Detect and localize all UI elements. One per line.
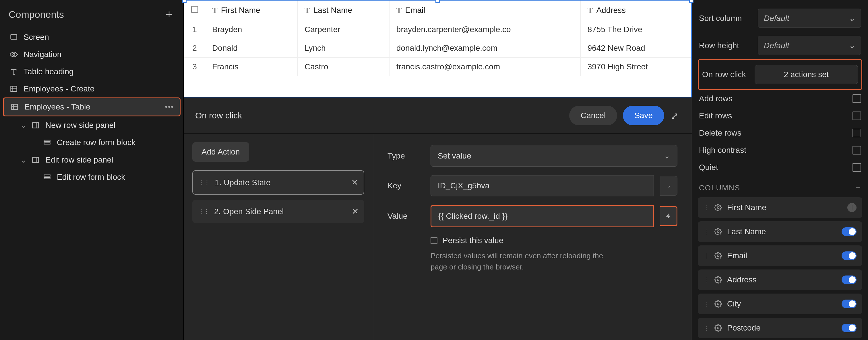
row-height-select[interactable]: Default⌄ [758, 36, 861, 55]
persist-checkbox[interactable] [431, 237, 437, 244]
form-icon [42, 173, 52, 181]
type-select[interactable]: Set value ⌄ [431, 145, 677, 167]
row-number: 2 [184, 39, 205, 58]
tree-item-employees-create[interactable]: Employees - Create [3, 80, 181, 98]
svg-point-21 [717, 279, 719, 281]
bindings-button[interactable] [660, 206, 677, 226]
column-name: Last Name [727, 227, 766, 236]
tree-item-label: Edit row form block [57, 173, 125, 182]
value-label: Value [388, 211, 422, 221]
tree-item-navigation[interactable]: Navigation [3, 46, 181, 63]
screen-icon [9, 33, 19, 41]
table-row[interactable]: 1BraydenCarpenterbrayden.carpenter@examp… [184, 20, 691, 39]
row-number: 1 [184, 20, 205, 39]
visibility-toggle[interactable] [842, 227, 857, 236]
tree-item-label: Employees - Table [24, 102, 90, 111]
action-item[interactable]: ⋮⋮1. Update State✕ [192, 170, 364, 195]
column-config-item[interactable]: ⋮Last Name [698, 221, 862, 242]
column-header[interactable]: TFirst Name [205, 1, 298, 20]
visibility-toggle[interactable] [842, 300, 857, 308]
prop-label: High contrast [699, 146, 746, 155]
visibility-toggle[interactable] [842, 251, 857, 260]
add-action-button[interactable]: Add Action [192, 142, 249, 162]
gear-icon[interactable] [714, 204, 722, 211]
svg-point-3 [13, 54, 15, 56]
checkbox[interactable] [852, 163, 861, 172]
columns-section-header: COLUMNS [699, 183, 740, 192]
visibility-toggle[interactable] [842, 275, 857, 284]
text-icon: T [305, 6, 310, 14]
gear-icon[interactable] [714, 324, 722, 332]
save-button[interactable]: Save [623, 106, 664, 125]
remove-action-button[interactable]: ✕ [351, 178, 358, 187]
text-icon: T [212, 6, 218, 14]
column-name: City [727, 299, 741, 308]
checkbox[interactable] [852, 129, 861, 137]
drag-icon[interactable]: ⋮ [704, 252, 709, 259]
tree-item-label: Edit row side panel [45, 156, 113, 165]
drag-icon[interactable]: ⋮ [704, 228, 709, 235]
collapse-icon[interactable]: − [856, 183, 861, 193]
on-row-click-value[interactable]: 2 actions set [755, 65, 858, 84]
canvas-area: TFirst NameTLast NameTEmailTAddress 1Bra… [184, 0, 692, 340]
checkbox[interactable] [852, 94, 861, 103]
checkbox[interactable] [852, 111, 861, 120]
tree-item-edit-row-side-panel[interactable]: ⌄Edit row side panel [3, 151, 181, 169]
modal-title: On row click [195, 111, 242, 121]
tree-item-create-row-form-block[interactable]: Create row form block [3, 134, 181, 151]
remove-action-button[interactable]: ✕ [352, 207, 359, 216]
tree-item-label: Navigation [24, 50, 61, 59]
action-item[interactable]: ⋮⋮2. Open Side Panel✕ [192, 200, 364, 223]
drag-icon[interactable]: ⋮ [704, 276, 709, 283]
table-row[interactable]: 2DonaldLynchdonald.lynch@example.com9642… [184, 39, 691, 58]
cancel-button[interactable]: Cancel [569, 106, 617, 125]
tree-item-new-row-side-panel[interactable]: ⌄New row side panel [3, 116, 181, 134]
svg-rect-4 [11, 86, 17, 92]
info-icon[interactable]: i [847, 203, 857, 212]
drag-icon[interactable]: ⋮ [704, 325, 709, 331]
svg-rect-16 [44, 175, 50, 176]
selection-handle[interactable] [435, 0, 440, 3]
table-row[interactable]: 3FrancisCastrofrancis.castro@example.com… [184, 58, 691, 76]
gear-icon[interactable] [714, 300, 722, 308]
select-all-checkbox[interactable] [191, 6, 198, 13]
selection-handle[interactable] [182, 0, 187, 3]
gear-icon[interactable] [714, 252, 722, 260]
drag-icon[interactable]: ⋮ [704, 204, 709, 211]
key-input[interactable]: ID_CjX_g5bva [431, 175, 654, 196]
checkbox[interactable] [852, 146, 861, 155]
svg-rect-2 [11, 35, 17, 39]
tree-item-edit-row-form-block[interactable]: Edit row form block [3, 169, 181, 186]
expand-icon[interactable] [670, 110, 680, 121]
table-preview[interactable]: TFirst NameTLast NameTEmailTAddress 1Bra… [184, 0, 692, 98]
key-label: Key [388, 181, 422, 190]
column-config-item[interactable]: ⋮First Namei [698, 197, 862, 218]
gear-icon[interactable] [714, 228, 722, 235]
selection-handle[interactable] [689, 0, 693, 3]
value-input[interactable]: {{ Clicked row._id }} [431, 205, 654, 227]
drag-icon[interactable]: ⋮⋮ [198, 179, 209, 186]
visibility-toggle[interactable] [842, 324, 857, 332]
column-header[interactable]: TAddress [580, 1, 691, 20]
svg-rect-10 [33, 123, 39, 128]
tree-item-table-heading[interactable]: Table heading [3, 63, 181, 80]
svg-point-22 [717, 303, 719, 305]
column-config-item[interactable]: ⋮City [698, 294, 862, 314]
drag-icon[interactable]: ⋮⋮ [198, 208, 208, 215]
more-icon[interactable]: ••• [165, 103, 174, 111]
tree-item-screen[interactable]: Screen [3, 29, 181, 46]
column-config-item[interactable]: ⋮Email [698, 245, 862, 266]
key-dropdown-button[interactable]: ⌄ [660, 176, 677, 196]
add-component-button[interactable] [163, 9, 175, 20]
column-config-item[interactable]: ⋮Postcode [698, 318, 862, 338]
drag-icon[interactable]: ⋮ [704, 300, 709, 307]
tree-item-employees-table[interactable]: Employees - Table••• [3, 98, 181, 116]
column-header[interactable]: TLast Name [298, 1, 390, 20]
prop-label: Edit rows [699, 111, 732, 121]
column-config-item[interactable]: ⋮Address [698, 270, 862, 290]
gear-icon[interactable] [714, 276, 722, 283]
svg-point-23 [717, 327, 719, 329]
eye-icon [9, 50, 19, 59]
column-header[interactable]: TEmail [389, 1, 580, 20]
sort-column-select[interactable]: Default⌄ [758, 9, 861, 28]
